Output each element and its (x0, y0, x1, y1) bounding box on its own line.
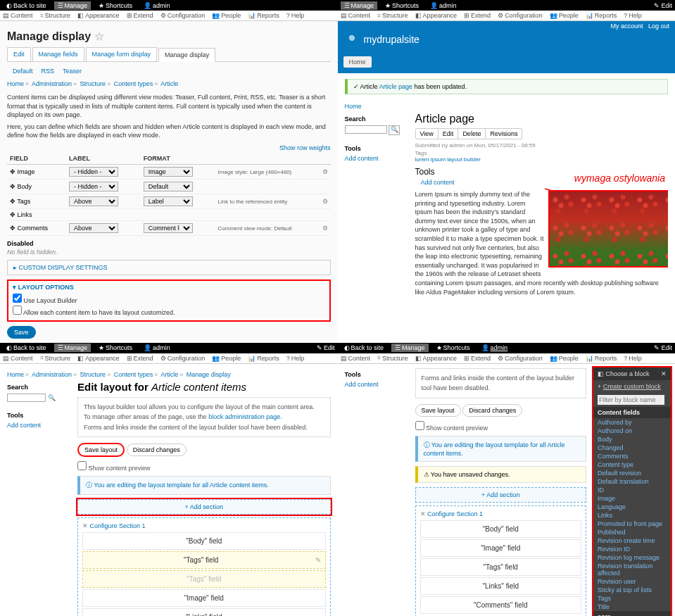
layout-field[interactable]: "Image" field (82, 589, 326, 607)
help-text-2: Here, you can define which fields are sh… (7, 122, 331, 140)
layout-field[interactable]: "Tags" field (420, 558, 582, 576)
tab-edit[interactable]: Edit (7, 47, 31, 61)
edit-toggle[interactable]: Edit (654, 2, 672, 9)
menu-structure[interactable]: ⌗ Structure (40, 12, 71, 20)
manage-button[interactable]: ☰ Manage (341, 1, 378, 10)
label-select[interactable]: - Hidden - (69, 167, 118, 177)
save-layout-button[interactable]: Save layout (415, 404, 461, 417)
block-link[interactable]: Revision create time (593, 536, 671, 545)
block-link[interactable]: Revision log message (593, 553, 671, 562)
block-link[interactable]: Body (593, 435, 671, 444)
use-layout-builder-checkbox[interactable] (13, 294, 22, 303)
block-link[interactable]: Image (593, 494, 671, 503)
gear-icon[interactable] (322, 198, 328, 205)
create-custom-block-link[interactable]: Create custom block (603, 383, 661, 390)
home-tab[interactable]: Home (343, 56, 372, 68)
menu-people[interactable]: 👥 People (212, 12, 241, 19)
layout-options-box: ▾ LAYOUT OPTIONS Use Layout Builder Allo… (7, 279, 331, 322)
menu-configuration[interactable]: ⚙ Configuration (160, 12, 206, 19)
node-tab-edit[interactable]: Edit (439, 129, 459, 139)
table-row: ✥ Tags Above Label Link to the reference… (7, 194, 331, 208)
menu-extend[interactable]: ⊞ Extend (127, 12, 153, 19)
add-section-button[interactable]: + Add section (77, 499, 331, 515)
block-link[interactable]: Promoted to front page (593, 520, 671, 528)
node-tab-view[interactable]: View (416, 129, 439, 139)
save-button[interactable]: Save (7, 326, 36, 339)
menu-reports[interactable]: 📊 Reports (248, 12, 279, 19)
configure-section-link[interactable]: Configure Section 1 (90, 522, 146, 529)
block-link[interactable]: Authored by (593, 418, 671, 427)
shortcuts-button[interactable]: ★ Shortcuts (95, 1, 136, 10)
tab-manage-display[interactable]: Manage display (158, 48, 215, 62)
block-link[interactable]: Default translation (593, 477, 671, 486)
block-link[interactable]: Title (593, 603, 671, 611)
sec-default[interactable]: Default (13, 68, 33, 75)
admin-user[interactable]: 👤 admin (427, 1, 460, 10)
layout-field[interactable]: "Body" field (82, 532, 326, 550)
submitted-info: Submitted by admin on Mon, 05/17/2021 - … (415, 142, 669, 149)
custom-display-settings[interactable]: ▸ CUSTOM DISPLAY SETTINGS (7, 260, 331, 275)
back-to-site[interactable]: ◐ Back to site (3, 1, 50, 10)
logout-link[interactable]: Log out (648, 23, 669, 30)
node-tab-revisions[interactable]: Revisions (486, 129, 522, 139)
add-content-link[interactable]: Add content (345, 155, 379, 162)
discard-changes-button[interactable]: Discard changes (462, 404, 522, 417)
close-icon[interactable] (661, 370, 667, 377)
search-input[interactable] (7, 394, 46, 402)
layout-field[interactable]: "Tags" field✎ (82, 551, 326, 569)
add-content-link[interactable]: Add content (421, 179, 455, 186)
layout-field[interactable]: "Tags" field (82, 570, 326, 588)
block-link[interactable]: Revision user (593, 577, 671, 586)
my-account-link[interactable]: My account (610, 23, 643, 30)
block-link[interactable]: Content type (593, 460, 671, 469)
block-link[interactable]: Sticky at top of lists (593, 586, 671, 594)
layout-field[interactable]: "Links" field (420, 577, 582, 595)
format-select[interactable]: Image (144, 167, 193, 177)
layout-field[interactable]: "Image" field (420, 539, 582, 557)
block-link[interactable]: Published (593, 528, 671, 536)
info-message: ⓘ You are editing the layout template fo… (77, 476, 331, 495)
block-link[interactable]: Changed (593, 444, 671, 452)
block-link[interactable]: Tags (593, 594, 671, 603)
discard-changes-button[interactable]: Discard changes (127, 444, 187, 456)
menu-help[interactable]: ? Help (286, 12, 305, 19)
search-input[interactable] (345, 125, 387, 134)
allow-custom-checkbox[interactable] (13, 306, 22, 315)
save-layout-button[interactable]: Save layout (77, 443, 125, 457)
show-row-weights[interactable]: Show row weights (279, 144, 331, 151)
gear-icon[interactable] (322, 168, 328, 175)
layout-section: ✕ Configure Section 1 "Body" field "Tags… (77, 517, 331, 616)
block-link[interactable]: Authored on (593, 427, 671, 435)
manage-button[interactable]: ☰ Manage (54, 1, 92, 10)
tab-manage-fields[interactable]: Manage fields (32, 47, 84, 61)
block-link[interactable]: ID (593, 486, 671, 494)
add-section-button[interactable]: + Add section (415, 487, 587, 503)
sec-teaser[interactable]: Teaser (63, 68, 82, 75)
gear-icon[interactable] (322, 225, 328, 232)
block-link[interactable]: Links (593, 511, 671, 520)
configure-section-link[interactable]: Configure Section 1 (427, 510, 483, 517)
node-tab-delete[interactable]: Delete (458, 129, 486, 139)
layout-field[interactable]: "Comments" field (420, 596, 582, 614)
sec-rss[interactable]: RSS (42, 68, 55, 75)
block-link[interactable]: Language (593, 503, 671, 511)
search-submit[interactable]: 🔍 (389, 125, 400, 135)
site-name[interactable]: mydrupalsite (364, 34, 419, 45)
block-link[interactable]: Default revision (593, 469, 671, 477)
tab-manage-form-display[interactable]: Manage form display (86, 47, 158, 61)
search-heading: Search (345, 115, 408, 122)
menu-appearance[interactable]: ◧ Appearance (77, 12, 120, 19)
admin-user[interactable]: 👤 admin (140, 1, 174, 10)
filter-blocks-input[interactable] (598, 395, 664, 405)
layout-field[interactable]: "Body" field (420, 520, 582, 538)
layout-options-title[interactable]: ▾ LAYOUT OPTIONS (13, 284, 325, 291)
help-text-1: Content items can be displayed using dif… (7, 93, 331, 120)
block-link[interactable]: Revision translation affected (593, 562, 671, 577)
block-link[interactable]: Revision ID (593, 545, 671, 553)
menu-content[interactable]: ▤ Content (3, 12, 33, 19)
shortcuts-button[interactable]: ★ Shortcuts (381, 1, 422, 10)
block-link[interactable]: Comments (593, 452, 671, 460)
status-message: ✓ Article Article page has been updated. (345, 79, 669, 94)
show-preview-checkbox[interactable] (77, 461, 87, 470)
layout-field[interactable]: "Links" field (82, 608, 326, 616)
